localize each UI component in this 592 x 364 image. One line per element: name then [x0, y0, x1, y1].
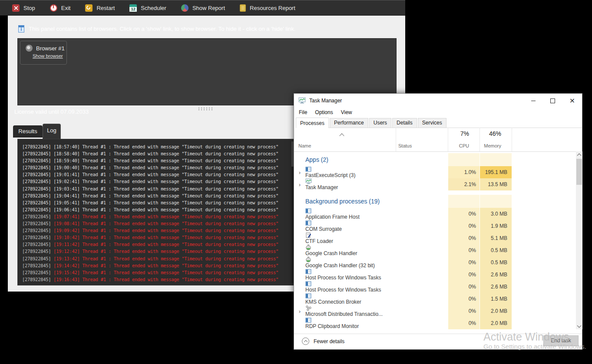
log-line: [278922845] [19:16:43] Thread #1 : Threa… — [22, 276, 289, 283]
process-name: Task Manager — [305, 184, 338, 190]
log-line: [278922845] [19:07:41] Thread #1 : Threa… — [22, 213, 289, 220]
process-row[interactable]: Host Process for Windows Tasks0%2.6 MB — [294, 281, 576, 293]
column-separator — [448, 128, 448, 151]
toolbar-button-resources-report[interactable]: Resources Report — [240, 4, 295, 12]
section-label: Background processes (19) — [305, 198, 380, 205]
show-browser-link[interactable]: Show browser — [33, 53, 66, 59]
tm-titlebar[interactable]: Task Manager × — [294, 94, 582, 108]
splitter-handle[interactable] — [198, 107, 214, 111]
process-row[interactable]: RDP Clipboard Monitor0%2.0 MB — [294, 317, 576, 329]
process-memory: 2.0 MB — [480, 317, 512, 329]
close-button[interactable]: × — [562, 94, 582, 108]
process-row[interactable]: KMS Connection Broker0%1.5 MB — [294, 293, 576, 305]
process-cpu: 2.1% — [448, 178, 480, 190]
tm-menu-view[interactable]: View — [337, 109, 356, 115]
expand-chevron-icon[interactable] — [294, 181, 305, 188]
toolbar-button-exit[interactable]: Exit — [50, 4, 71, 12]
process-memory — [480, 153, 512, 166]
fewer-details-button[interactable]: Fewer details — [302, 338, 344, 345]
log-line: [278922845] [18:57:40] Thread #1 : Threa… — [22, 143, 289, 150]
column-name[interactable]: Name — [298, 143, 311, 148]
column-status[interactable]: Status — [398, 143, 412, 148]
log-line: [278922845] [19:08:41] Thread #1 : Threa… — [22, 220, 289, 227]
restart-icon — [85, 4, 93, 12]
column-memory[interactable]: Memory — [484, 143, 501, 148]
tm-menu-file[interactable]: File — [295, 109, 311, 115]
process-cpu: 0% — [448, 281, 480, 293]
tm-tab-processes[interactable]: Processes — [296, 118, 329, 128]
tm-scrollbar[interactable] — [576, 151, 582, 329]
process-cpu — [448, 153, 480, 166]
scroll-up-icon[interactable] — [576, 151, 582, 158]
process-cpu — [448, 195, 480, 208]
process-cpu: 0% — [448, 305, 480, 317]
row-filler — [512, 256, 576, 269]
toolbar-button-restart[interactable]: Restart — [85, 4, 115, 12]
process-row[interactable]: Host Process for Windows Tasks0%2.6 MB — [294, 269, 576, 281]
scroll-down-icon[interactable] — [576, 323, 582, 329]
tm-menu-options[interactable]: Options — [311, 109, 337, 115]
process-row[interactable]: FastExecuteScript (3)1.0%195.1 MB — [294, 166, 576, 178]
process-list: Apps (2)FastExecuteScript (3)1.0%195.1 M… — [294, 151, 576, 329]
process-cpu: 0% — [448, 269, 480, 281]
process-memory: 0.5 MB — [480, 244, 512, 256]
tm-tab-services[interactable]: Services — [418, 118, 446, 128]
log-line: [278922845] [19:12:42] Thread #1 : Threa… — [22, 248, 289, 255]
maximize-button[interactable] — [543, 94, 562, 108]
process-status — [396, 220, 448, 232]
exit-icon — [50, 4, 57, 12]
process-status — [396, 256, 448, 269]
process-section-header: Background processes (19) — [294, 195, 576, 208]
exe-icon — [305, 317, 315, 323]
browsers-info-text: This panel contains list of browsers. Cl… — [29, 26, 295, 32]
tm-column-header[interactable]: Name Status 7% CPU 46% Memory — [294, 128, 576, 152]
stop-icon — [12, 4, 20, 12]
process-memory: 0.5 MB — [480, 256, 512, 269]
end-task-button[interactable]: End task — [543, 335, 579, 346]
process-row[interactable]: Application Frame Host0%3.0 MB — [294, 208, 576, 220]
process-row[interactable]: Google Crash Handler (32 bit)0%0.5 MB — [294, 256, 576, 269]
process-memory: 2.6 MB — [480, 269, 512, 281]
toolbar-label: Stop — [23, 5, 35, 11]
toolbar-button-stop[interactable]: Stop — [12, 4, 35, 12]
tm-tab-users[interactable]: Users — [369, 118, 391, 128]
process-cpu: 0% — [448, 208, 480, 220]
column-cpu[interactable]: CPU — [459, 143, 469, 148]
exe-icon — [305, 166, 315, 172]
tm-tab-details[interactable]: Details — [392, 118, 417, 128]
process-memory: 5.1 MB — [480, 232, 512, 244]
process-name: FastExecuteScript (3) — [305, 172, 355, 178]
process-name: Host Process for Windows Tasks — [305, 275, 381, 281]
toolbar-label: Scheduler — [141, 5, 166, 11]
process-cpu: 0% — [448, 256, 480, 269]
minimize-button[interactable] — [523, 94, 543, 108]
chevron-up-circle-icon — [302, 338, 309, 345]
log-line: [278922845] [19:10:42] Thread #1 : Threa… — [22, 234, 289, 241]
tab-log[interactable]: Log — [43, 124, 61, 139]
process-row[interactable]: CTF Loader0%5.1 MB — [294, 232, 576, 244]
process-row[interactable]: Microsoft Distributed Transactio...0%2.0… — [294, 305, 576, 317]
tm-scrollbar-thumb[interactable] — [576, 159, 582, 185]
toolbar-button-show-report[interactable]: Show Report — [181, 4, 225, 12]
log-line: [278922845] [19:09:42] Thread #1 : Threa… — [22, 227, 289, 234]
process-cpu: 0% — [448, 293, 480, 305]
network-icon — [305, 305, 315, 311]
cpu-total-value: 7% — [460, 130, 469, 137]
scheduler-icon: 12 — [129, 4, 137, 12]
toolbar-button-scheduler[interactable]: 12Scheduler — [129, 4, 166, 12]
memory-total-value: 46% — [489, 130, 501, 137]
process-memory: 2.6 MB — [480, 281, 512, 293]
expand-chevron-icon[interactable] — [294, 169, 305, 176]
process-row[interactable]: Task Manager2.1%13.5 MB — [294, 178, 576, 190]
process-row[interactable]: COM Surrogate0%1.9 MB — [294, 220, 576, 232]
pen-icon — [305, 232, 315, 238]
exe-icon — [305, 220, 315, 226]
tab-results[interactable]: Results — [13, 125, 43, 138]
log-line: [278922845] [19:02:41] Thread #1 : Threa… — [22, 178, 289, 185]
tm-tab-performance[interactable]: Performance — [330, 118, 368, 128]
expand-chevron-icon[interactable] — [294, 308, 305, 315]
tm-footer: Fewer details End task — [294, 334, 582, 350]
process-row[interactable]: Google Crash Handler0%0.5 MB — [294, 244, 576, 256]
sort-ascending-icon — [340, 133, 344, 137]
process-status — [396, 195, 448, 208]
